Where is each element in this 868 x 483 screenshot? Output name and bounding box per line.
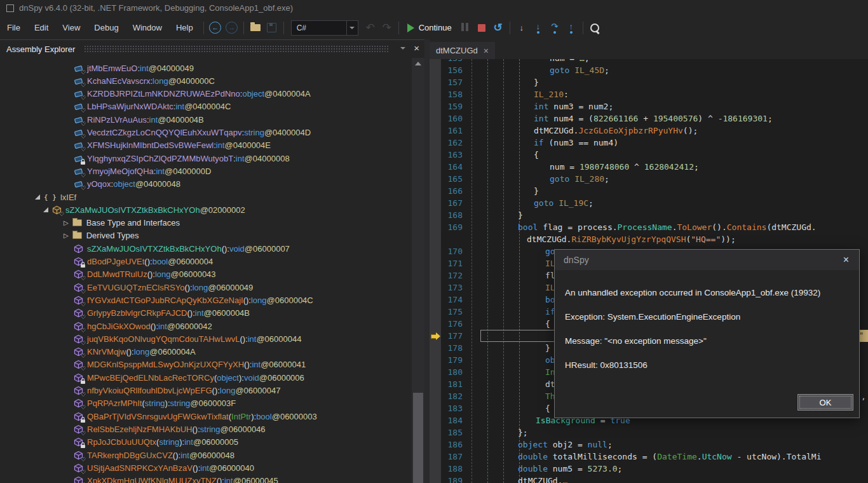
line-number[interactable]: 160 <box>430 114 471 123</box>
tree-row-field[interactable]: ♡KZRDBJRPIZtLmNKDNZRUWAEzPdNno : object … <box>0 88 410 100</box>
tree-row-method[interactable]: ♡EeTVUGUQTznEClsRSYo() : long @06000049 <box>0 281 410 294</box>
tree-row-method[interactable]: MPwcBEjQedELNbLacRecTORCy(object) : void… <box>0 371 410 384</box>
line-number[interactable]: 179 <box>430 355 471 365</box>
tree-row-field[interactable]: ♡yOqox : object @04000048 <box>0 178 410 191</box>
expander-open-icon[interactable] <box>43 207 48 212</box>
line-number[interactable]: 165 <box>430 174 471 184</box>
redo-button[interactable]: ↷ <box>379 20 395 36</box>
menu-item-help[interactable]: Help <box>169 20 200 35</box>
back-button[interactable]: ← <box>207 20 224 36</box>
code-line-162[interactable]: 162if (num3 == num4) <box>430 137 868 149</box>
tree-row-method[interactable]: ♡juqVBkKqoONlvugYQqmCdouTAHwLwvL() : int… <box>0 332 410 345</box>
code-line-168[interactable]: 168} <box>430 209 868 221</box>
menu-item-view[interactable]: View <box>55 20 87 35</box>
code-line-163[interactable]: 163{ <box>430 149 868 161</box>
code-line-158[interactable]: 158IL_210: <box>430 88 868 100</box>
line-number[interactable]: 155 <box>430 59 471 63</box>
expander-closed-icon[interactable]: ▷ <box>64 220 69 226</box>
code-line-186[interactable]: 186object obj2 = null; <box>430 439 868 451</box>
ok-button[interactable]: OK <box>797 394 853 411</box>
code-line-156[interactable]: 156goto IL_45D; <box>430 64 868 76</box>
line-number[interactable]: 171 <box>430 259 471 268</box>
code-line-169[interactable]: 169bool flag = process.ProcessName.ToLow… <box>430 221 868 233</box>
code-line-165[interactable]: 165goto IL_280; <box>430 173 868 185</box>
dialog-close-icon[interactable]: × <box>843 254 859 266</box>
search-button[interactable] <box>587 20 603 36</box>
dialog-title-bar[interactable]: dnSpy × <box>555 250 859 270</box>
code-line-188[interactable]: 188double num5 = 5273.0; <box>430 463 868 475</box>
language-select-dropdown[interactable] <box>346 21 358 35</box>
line-number[interactable]: 176 <box>430 319 471 329</box>
tree-row-method[interactable]: ♡KNrVMqjw() : long @0600004A <box>0 346 410 358</box>
line-number[interactable]: 170 <box>430 247 471 256</box>
code-line-155[interactable]: 155num = …; <box>430 59 868 64</box>
line-number[interactable]: 168 <box>430 210 471 220</box>
scrollbar-up-icon[interactable] <box>415 62 421 65</box>
tab-dtmczugd[interactable]: dtMCZUGd × <box>430 42 495 59</box>
tree-scrollbar[interactable] <box>412 58 424 483</box>
code-line-185[interactable]: 185}; <box>430 426 868 439</box>
tree-row-field[interactable]: ♡RiNPzLVrAuAus : int @0400004B <box>0 113 410 126</box>
line-number[interactable]: 159 <box>430 102 471 111</box>
undo-button[interactable]: ↶ <box>362 20 379 36</box>
step-over-button[interactable]: ↷ <box>546 20 563 36</box>
pause-button[interactable] <box>457 20 473 36</box>
panel-close-icon[interactable]: × <box>414 43 419 53</box>
tree-row-method[interactable]: ♡USjtjAadSNRPKCxYAnBzaV() : int @0600004… <box>0 461 410 474</box>
tree-row-field[interactable]: ♡YmyojMeOjofQHa : int @0400000D <box>0 165 410 177</box>
tree-row-field[interactable]: ♡XFMSHujklnMIbntDedSvBWeFewl : int @0400… <box>0 139 410 152</box>
step-into-button[interactable]: ↓ <box>513 20 530 36</box>
code-line-187[interactable]: 187double totalMilliseconds = (DateTime.… <box>430 451 868 463</box>
line-number[interactable]: 187 <box>430 452 471 461</box>
line-number[interactable]: 174 <box>430 295 471 304</box>
tree-row-method[interactable]: ♡fYGVxdAtCTGoPJubRCApQyKbXGZeNajI() : lo… <box>0 294 410 306</box>
code-line-166[interactable]: 166} <box>430 185 868 197</box>
line-number[interactable]: 183 <box>430 404 471 413</box>
menu-item-edit[interactable]: Edit <box>27 20 55 35</box>
line-number[interactable]: 181 <box>430 379 471 389</box>
line-number[interactable]: 182 <box>430 391 471 401</box>
line-number[interactable]: 157 <box>430 78 471 87</box>
tree-row-method[interactable]: ♡RelSbbEzehljNzFMHAKbUH() : string @0600… <box>0 423 410 435</box>
line-number[interactable]: 172 <box>430 271 471 280</box>
menu-item-debug[interactable]: Debug <box>87 20 125 35</box>
continue-button[interactable]: Continue <box>402 23 457 32</box>
assembly-explorer-header[interactable]: Assembly Explorer × <box>0 40 424 58</box>
tree-row-class[interactable]: ♡sZXaMwJUOsIVTXZtkBxBkCHxYOh @02000002 <box>0 203 410 216</box>
code-line-164[interactable]: 164num = 1980748060 ^ 1628042412; <box>430 161 868 173</box>
tab-close-icon[interactable]: × <box>484 46 489 56</box>
tree-row-field[interactable]: ♡KchaNEcVavscrx : long @0400000C <box>0 74 410 87</box>
code-line-189[interactable]: 189dtMCZUGd.… <box>430 475 868 483</box>
open-file-button[interactable] <box>247 20 264 36</box>
tree-row-field[interactable]: ♡LbHPsaWjurNxWDAktc : int @0400004C <box>0 100 410 113</box>
line-number[interactable]: 163 <box>430 150 471 160</box>
tree-row-method[interactable]: RpJoJCbUuUUQtx(string) : int @06000005 <box>0 436 410 449</box>
tree-row-folder[interactable]: ▷Base Type and Interfaces <box>0 217 410 229</box>
tree-row-constructor[interactable]: sZXaMwJUOsIVTXZtkBxBkCHxYOh() : void @06… <box>0 242 410 255</box>
tree-row-method[interactable]: ♡XpkXDkmHqUWfKNlqMUUZxyTNZ() : int @0600… <box>0 475 410 483</box>
line-number[interactable]: 166 <box>430 186 471 196</box>
line-number[interactable]: 178 <box>430 343 471 353</box>
line-number[interactable]: 162 <box>430 138 471 147</box>
expander-closed-icon[interactable]: ▷ <box>64 233 69 239</box>
line-number[interactable]: 186 <box>430 440 471 449</box>
tree-row-method[interactable]: ♡DdLMwdTRulUz() : long @06000043 <box>0 268 410 281</box>
tree-row-field[interactable]: ♡jtMbEmwEuO : int @04000049 <box>0 62 410 74</box>
menu-item-file[interactable]: File <box>0 20 27 35</box>
tree-row-method[interactable]: ♡GrlypyBzblvlgrCRkpFAJCD() : int @060000… <box>0 307 410 320</box>
line-number[interactable]: 180 <box>430 367 471 377</box>
code-line-161[interactable]: 161dtMCZUGd.JczGLoEoXjpbzrRPyuYHv(); <box>430 125 868 137</box>
line-number[interactable]: 156 <box>430 65 471 75</box>
line-number[interactable]: 185 <box>430 428 471 437</box>
save-button[interactable] <box>264 20 280 36</box>
restart-button[interactable]: ↺ <box>490 20 506 36</box>
line-number[interactable]: 188 <box>430 464 471 473</box>
stop-button[interactable] <box>473 20 490 36</box>
line-number[interactable]: 189 <box>430 476 471 483</box>
tree-row-field[interactable]: YlqghynxqZSIpChZlQdPZMMbWutyobT : int @0… <box>0 152 410 165</box>
tree-row-method[interactable]: dBodPJgeUVEt() : bool @06000004 <box>0 255 410 268</box>
line-number[interactable]: 164 <box>430 162 471 172</box>
code-line-160[interactable]: 160int num4 = (822661166 + 195400576) ^ … <box>430 112 868 125</box>
menu-item-window[interactable]: Window <box>126 20 169 35</box>
forward-button[interactable]: → <box>224 20 240 36</box>
